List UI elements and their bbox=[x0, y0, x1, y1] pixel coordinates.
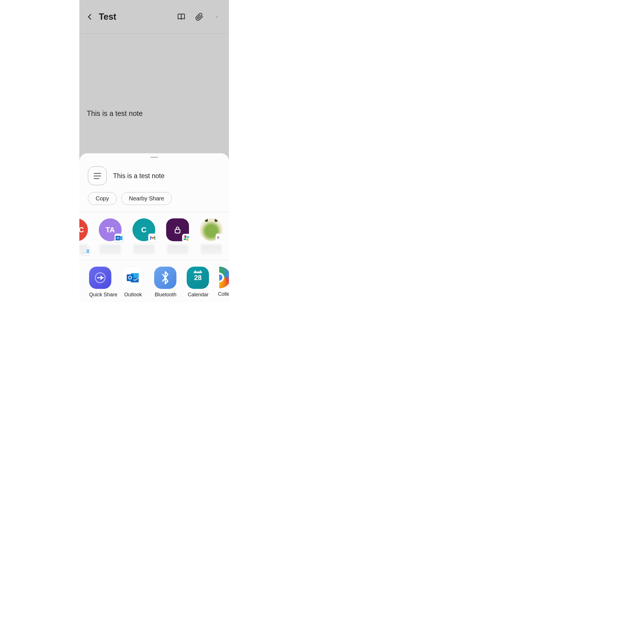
quick-share-icon bbox=[89, 267, 111, 289]
chrome-icon bbox=[219, 267, 229, 288]
avatar-initials: C bbox=[141, 226, 147, 234]
svg-point-16 bbox=[200, 270, 201, 271]
svg-point-15 bbox=[195, 270, 196, 271]
svg-point-1 bbox=[217, 17, 218, 17]
share-contact[interactable] bbox=[166, 218, 189, 254]
share-app-collections[interactable]: Colle bbox=[219, 267, 229, 298]
reader-mode-icon[interactable] bbox=[177, 13, 186, 21]
avatar bbox=[166, 218, 189, 241]
avatar: C bbox=[132, 218, 155, 241]
outlook-icon: O bbox=[122, 267, 144, 289]
share-apps-row: Quick Share O Outlook Bluetooth 28 bbox=[79, 260, 229, 298]
calendar-icon: 28 bbox=[187, 267, 209, 289]
bluetooth-icon bbox=[154, 267, 176, 289]
gmail-badge-icon bbox=[216, 234, 223, 241]
more-icon[interactable] bbox=[214, 13, 222, 21]
svg-point-2 bbox=[217, 17, 218, 18]
svg-point-0 bbox=[217, 16, 218, 16]
toolbar-actions bbox=[177, 13, 222, 21]
contact-name-redacted bbox=[133, 245, 154, 254]
slack-badge-icon bbox=[182, 234, 191, 242]
svg-rect-5 bbox=[175, 230, 180, 233]
svg-rect-14 bbox=[194, 271, 202, 273]
svg-text:O: O bbox=[128, 275, 132, 281]
svg-point-9 bbox=[102, 277, 104, 279]
avatar: TA O bbox=[99, 218, 122, 241]
outlook-badge-icon: O bbox=[115, 234, 123, 242]
contact-name-redacted bbox=[79, 245, 87, 254]
page-title: Test bbox=[99, 12, 177, 22]
avatar-initials: C bbox=[79, 226, 84, 234]
contact-name-redacted bbox=[201, 245, 222, 254]
share-app-bluetooth[interactable]: Bluetooth bbox=[154, 267, 177, 298]
share-app-calendar[interactable]: 28 Calendar bbox=[187, 267, 210, 298]
share-app-quick-share[interactable]: Quick Share bbox=[89, 267, 112, 298]
share-contact[interactable] bbox=[200, 218, 223, 254]
app-label: Calendar bbox=[187, 292, 210, 298]
app-label: Bluetooth bbox=[154, 292, 177, 298]
share-content-preview: This is a test note bbox=[113, 172, 164, 180]
share-contact[interactable]: C bbox=[132, 218, 155, 254]
contact-name-redacted bbox=[167, 245, 188, 254]
top-bar: Test bbox=[79, 0, 229, 34]
app-label: Colle bbox=[217, 291, 229, 297]
app-label: Quick Share bbox=[89, 292, 112, 298]
avatar-initials: TA bbox=[106, 226, 115, 234]
share-action-chips: Copy Nearby Share bbox=[79, 188, 229, 212]
back-icon[interactable] bbox=[86, 13, 94, 21]
svg-rect-4 bbox=[154, 236, 155, 240]
share-sheet: This is a test note Copy Nearby Share C … bbox=[79, 153, 229, 302]
share-contacts-row: C O TA O C bbox=[79, 212, 229, 260]
calendar-day: 28 bbox=[194, 274, 202, 282]
avatar: C O bbox=[79, 218, 88, 241]
app-screen: Test This is a test bbox=[79, 0, 229, 302]
svg-rect-3 bbox=[150, 236, 151, 240]
share-header: This is a test note bbox=[79, 158, 229, 188]
lock-icon bbox=[173, 225, 182, 235]
document-icon bbox=[88, 166, 107, 185]
note-body[interactable]: This is a test note bbox=[79, 34, 229, 118]
share-contact[interactable]: TA O bbox=[99, 218, 122, 254]
avatar bbox=[200, 218, 223, 241]
copy-button[interactable]: Copy bbox=[88, 192, 117, 205]
attachment-icon[interactable] bbox=[195, 13, 204, 21]
nearby-share-button[interactable]: Nearby Share bbox=[121, 192, 172, 205]
share-app-outlook[interactable]: O Outlook bbox=[122, 267, 144, 298]
app-label: Outlook bbox=[122, 292, 144, 298]
contact-name-redacted bbox=[100, 245, 121, 254]
svg-rect-7 bbox=[222, 236, 223, 240]
gmail-badge-icon bbox=[148, 234, 157, 242]
share-contact[interactable]: C O bbox=[79, 218, 88, 254]
